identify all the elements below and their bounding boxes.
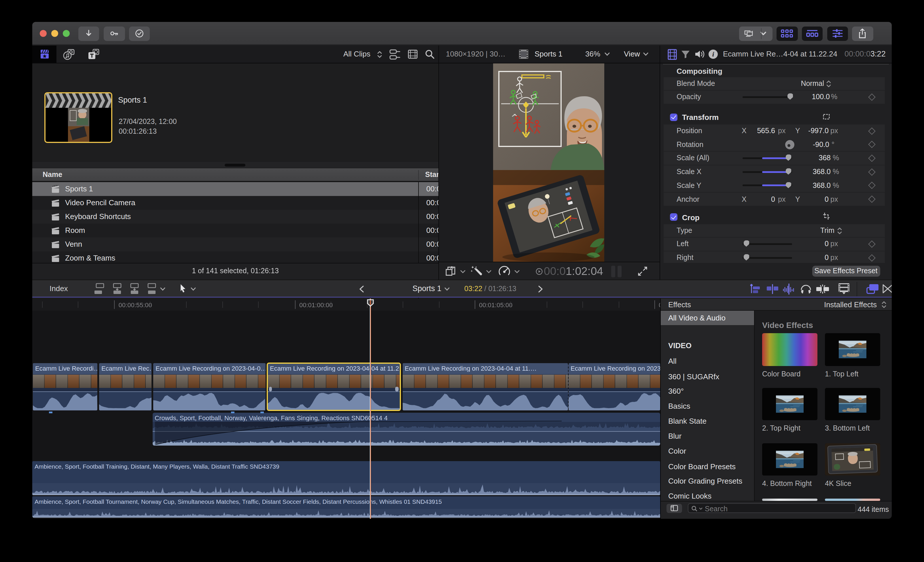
svg-text:i: i	[712, 50, 714, 58]
